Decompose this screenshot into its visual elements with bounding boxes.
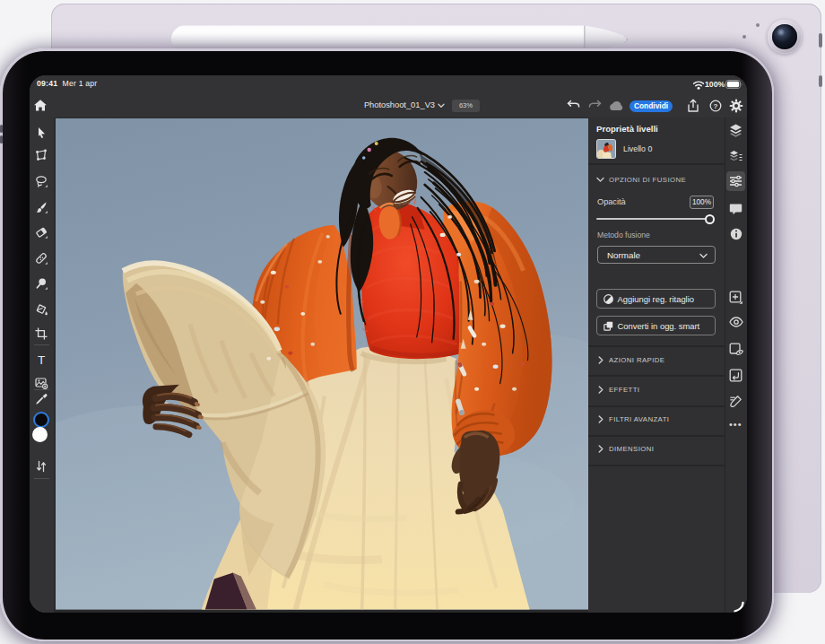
svg-text:?: ? — [713, 102, 717, 110]
